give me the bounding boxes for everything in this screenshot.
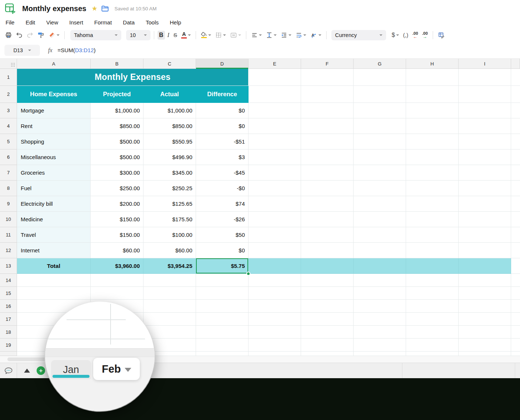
add-sheet-button[interactable]: + <box>37 366 45 375</box>
cell-D2[interactable]: Difference <box>196 86 249 103</box>
cell-C18[interactable] <box>143 326 196 339</box>
cell-H10[interactable] <box>406 212 459 227</box>
cell-B12[interactable]: $60.00 <box>91 243 143 258</box>
cell-D13[interactable]: $5.75 <box>196 258 249 274</box>
cell-F7[interactable] <box>301 165 354 181</box>
column-header-F[interactable]: F <box>301 59 354 69</box>
cell-D8[interactable]: -$0 <box>196 181 249 196</box>
undo-button[interactable] <box>14 31 24 40</box>
cell-G2[interactable] <box>354 86 406 103</box>
borders-button[interactable] <box>214 31 227 40</box>
cell-C10[interactable]: $175.50 <box>143 212 196 227</box>
cell-G16[interactable] <box>354 300 406 313</box>
cell-A6[interactable]: Miscellaneous <box>17 149 91 165</box>
cell-I2[interactable] <box>459 86 511 103</box>
wrap-text-button[interactable] <box>294 31 308 40</box>
cell-A7[interactable]: Groceries <box>17 165 91 181</box>
cell-I18[interactable] <box>459 326 511 339</box>
favorite-star-icon[interactable]: ★ <box>91 4 97 13</box>
row-header-6[interactable]: 6 <box>0 149 17 165</box>
vertical-align-button[interactable] <box>264 31 278 40</box>
cell-E14[interactable] <box>249 274 301 287</box>
text-rotate-button[interactable]: A <box>309 31 323 40</box>
cell-F4[interactable] <box>301 118 354 134</box>
cell-B3[interactable]: $1,000.00 <box>91 103 143 118</box>
document-title[interactable]: Monthly expenses <box>22 4 86 13</box>
cell-F6[interactable] <box>301 149 354 165</box>
row-header-2[interactable]: 2 <box>0 86 17 103</box>
cell-D15[interactable] <box>196 287 249 300</box>
cell-E20[interactable] <box>249 352 301 356</box>
column-header-E[interactable]: E <box>249 59 301 69</box>
cell-C8[interactable]: $250.25 <box>143 181 196 196</box>
cell-B13[interactable]: $3,960.00 <box>91 258 143 274</box>
cell-H4[interactable] <box>406 118 459 134</box>
formula-input[interactable]: =SUM(D3:D12) <box>58 47 96 53</box>
cell-E19[interactable] <box>249 339 301 352</box>
column-header-I[interactable]: I <box>459 59 511 69</box>
cell-I1[interactable] <box>459 69 511 86</box>
sheet-tab-jan[interactable]: Jan <box>51 360 91 379</box>
menu-file[interactable]: File <box>6 19 14 26</box>
cell-D16[interactable] <box>196 300 249 313</box>
cell-C5[interactable]: $550.95 <box>143 134 196 149</box>
fill-color-button[interactable] <box>199 31 213 40</box>
cell-H18[interactable] <box>406 326 459 339</box>
row-header-19[interactable]: 19 <box>0 339 17 352</box>
cell-B5[interactable]: $500.00 <box>91 134 143 149</box>
cell-E4[interactable] <box>249 118 301 134</box>
cell-E1[interactable] <box>249 69 301 86</box>
column-header-C[interactable]: C <box>143 59 196 69</box>
cell-H15[interactable] <box>406 287 459 300</box>
cell-H19[interactable] <box>406 339 459 352</box>
folder-icon[interactable] <box>101 6 109 11</box>
cell-H3[interactable] <box>406 103 459 118</box>
row-header-13[interactable]: 13 <box>0 258 17 274</box>
cell-A4[interactable]: Rent <box>17 118 91 134</box>
cell-F1[interactable] <box>301 69 354 86</box>
cell-E6[interactable] <box>249 149 301 165</box>
cell-C2[interactable]: Actual <box>143 86 196 103</box>
cell-C6[interactable]: $496.90 <box>143 149 196 165</box>
cell-I13[interactable] <box>459 258 511 274</box>
cell-E11[interactable] <box>249 227 301 243</box>
cell-D14[interactable] <box>196 274 249 287</box>
cell-A1-merged-title[interactable]: Monthly Expenses <box>17 69 249 86</box>
row-header-18[interactable]: 18 <box>0 326 17 339</box>
cell-D7[interactable]: -$45 <box>196 165 249 181</box>
cell-I8[interactable] <box>459 181 511 196</box>
cell-F9[interactable] <box>301 196 354 212</box>
cell-G6[interactable] <box>354 149 406 165</box>
number-format-select[interactable]: Currency <box>331 30 386 40</box>
column-header-H[interactable]: H <box>406 59 459 69</box>
italic-button[interactable]: I <box>166 31 171 40</box>
cell-D3[interactable]: $0 <box>196 103 249 118</box>
cell-G20[interactable] <box>354 352 406 356</box>
cell-style-button[interactable] <box>436 31 446 40</box>
row-header-9[interactable]: 9 <box>0 196 17 212</box>
cell-F11[interactable] <box>301 227 354 243</box>
cell-I9[interactable] <box>459 196 511 212</box>
cell-C17[interactable] <box>143 313 196 326</box>
cell-F18[interactable] <box>301 326 354 339</box>
cell-G3[interactable] <box>354 103 406 118</box>
cell-I4[interactable] <box>459 118 511 134</box>
cell-B14[interactable] <box>91 274 143 287</box>
cell-F10[interactable] <box>301 212 354 227</box>
column-header-G[interactable]: G <box>354 59 406 69</box>
cell-G9[interactable] <box>354 196 406 212</box>
cell-F2[interactable] <box>301 86 354 103</box>
cell-D18[interactable] <box>196 326 249 339</box>
cell-A9[interactable]: Electricity bill <box>17 196 91 212</box>
cell-F12[interactable] <box>301 243 354 258</box>
cell-G14[interactable] <box>354 274 406 287</box>
cell-F5[interactable] <box>301 134 354 149</box>
cell-F8[interactable] <box>301 181 354 196</box>
expand-sheets-button[interactable] <box>24 369 30 373</box>
cell-D6[interactable]: $3 <box>196 149 249 165</box>
cell-H2[interactable] <box>406 86 459 103</box>
cell-F16[interactable] <box>301 300 354 313</box>
cell-C14[interactable] <box>143 274 196 287</box>
cell-B6[interactable]: $500.00 <box>91 149 143 165</box>
row-header-14[interactable]: 14 <box>0 274 17 287</box>
